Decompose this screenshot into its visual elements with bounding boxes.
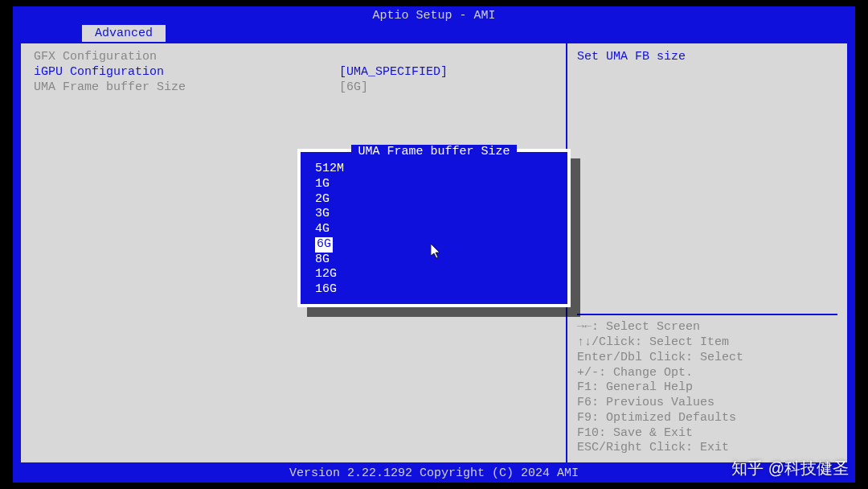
config-value: [6G]: [339, 80, 368, 94]
hint-row: +/-: Change Opt.: [577, 366, 837, 381]
help-text: Set UMA FB size: [577, 50, 837, 309]
side-panel: Set UMA FB size →←: Select Screen ↑↓/Cli…: [566, 43, 847, 462]
tab-row: Advanced: [13, 25, 855, 42]
hint-row: ESC/Right Click: Exit: [577, 441, 837, 456]
popup-option-selected[interactable]: 6G: [315, 237, 333, 253]
hint-row: ↑↓/Click: Select Item: [577, 335, 837, 351]
config-label: GFX Configuration: [34, 50, 339, 64]
hint-row: F6: Previous Values: [577, 396, 837, 411]
popup-option[interactable]: 2G: [301, 192, 567, 208]
popup-option[interactable]: 512M: [301, 162, 567, 177]
popup-title: UMA Frame buffer Size: [301, 145, 567, 158]
config-value: [UMA_SPECIFIED]: [339, 65, 448, 79]
footer-bar: Version 2.22.1292 Copyright (C) 2024 AMI: [13, 464, 855, 483]
popup-option[interactable]: 8G: [301, 253, 567, 268]
popup-title-text: UMA Frame buffer Size: [351, 145, 516, 158]
popup-option[interactable]: 12G: [301, 267, 567, 282]
popup-option[interactable]: 3G: [301, 207, 567, 222]
config-row-uma[interactable]: UMA Frame buffer Size [6G]: [34, 80, 553, 94]
config-label: iGPU Configuration: [34, 65, 339, 79]
hint-row: F1: General Help: [577, 380, 837, 396]
config-label: UMA Frame buffer Size: [34, 80, 339, 94]
key-hints: →←: Select Screen ↑↓/Click: Select Item …: [577, 314, 837, 456]
popup-uma-framebuffer: UMA Frame buffer Size 512M1G2G3G4G6G8G12…: [297, 149, 571, 307]
hint-row: F9: Optimized Defaults: [577, 411, 837, 426]
popup-option[interactable]: 4G: [301, 222, 567, 237]
hint-row: Enter/Dbl Click: Select: [577, 351, 837, 366]
popup-option[interactable]: 1G: [301, 177, 567, 192]
config-row-gfx[interactable]: GFX Configuration: [34, 50, 553, 64]
hint-row: →←: Select Screen: [577, 320, 837, 335]
config-row-igpu[interactable]: iGPU Configuration [UMA_SPECIFIED]: [34, 65, 553, 79]
title-bar: Aptio Setup - AMI: [13, 6, 855, 25]
tab-advanced[interactable]: Advanced: [82, 25, 166, 42]
hint-row: F10: Save & Exit: [577, 426, 837, 442]
popup-option[interactable]: 16G: [301, 282, 567, 298]
